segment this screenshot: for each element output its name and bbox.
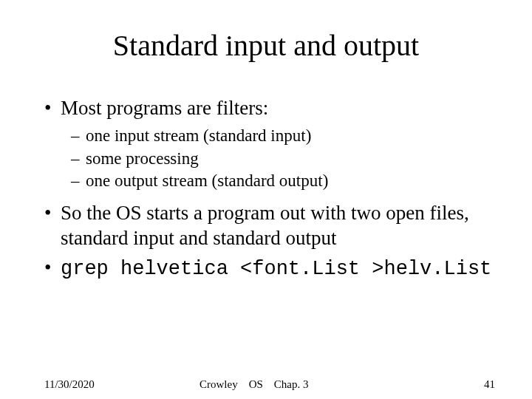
bullet-text-code: grep helvetica <font.List >helv.List (61, 258, 491, 280)
bullet-text: some processing (86, 149, 199, 168)
bullet-level2: some processing (44, 149, 502, 170)
footer-page-number: 41 (484, 378, 495, 391)
bullet-text: Most programs are filters: (61, 97, 268, 119)
footer-center: Crowley OS Chap. 3 (200, 378, 309, 391)
bullet-text: one output stream (standard output) (86, 171, 328, 190)
bullet-level2: one output stream (standard output) (44, 171, 502, 192)
bullet-level1: Most programs are filters: (44, 96, 502, 121)
footer-date: 11/30/2020 (44, 378, 95, 391)
slide-body: Most programs are filters: one input str… (44, 96, 502, 286)
bullet-level1: So the OS starts a program out with two … (44, 201, 502, 251)
bullet-text: one input stream (standard input) (86, 126, 311, 145)
slide: Standard input and output Most programs … (0, 0, 532, 399)
slide-title: Standard input and output (0, 28, 532, 63)
bullet-text: So the OS starts a program out with two … (61, 202, 469, 249)
bullet-level2: one input stream (standard input) (44, 126, 502, 147)
spacer (44, 194, 502, 201)
bullet-level1: grep helvetica <font.List >helv.List (44, 256, 502, 282)
